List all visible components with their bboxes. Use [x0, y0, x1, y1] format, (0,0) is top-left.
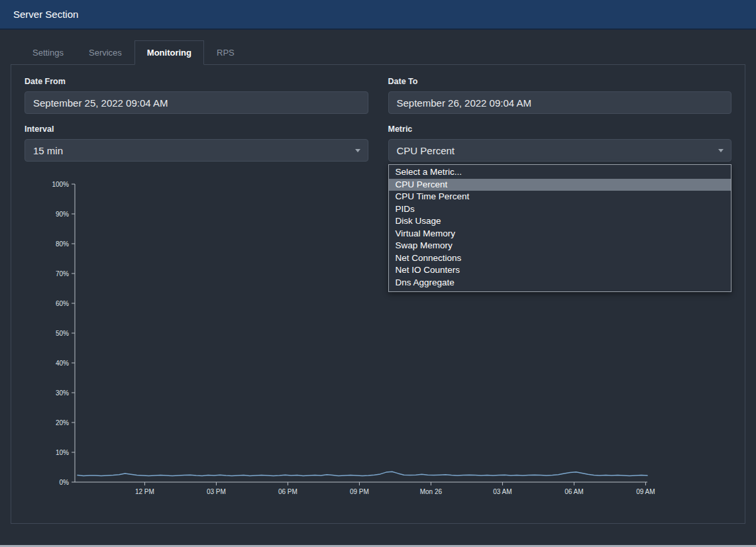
- svg-text:100%: 100%: [52, 181, 69, 188]
- svg-text:06 PM: 06 PM: [278, 488, 297, 495]
- svg-text:09 PM: 09 PM: [350, 488, 369, 495]
- metric-option[interactable]: CPU Time Percent: [389, 191, 731, 203]
- metric-option[interactable]: Virtual Memory: [389, 228, 731, 240]
- date-from-field-group: Date From: [25, 77, 368, 114]
- svg-text:12 PM: 12 PM: [135, 488, 154, 495]
- page-title: Server Section: [13, 9, 78, 20]
- interval-field-group: Interval 15 min: [25, 124, 368, 162]
- metric-option[interactable]: Net IO Counters: [389, 264, 731, 277]
- date-to-input[interactable]: [388, 91, 732, 114]
- interval-select-wrap: 15 min: [25, 139, 368, 162]
- svg-text:70%: 70%: [56, 270, 69, 277]
- svg-text:90%: 90%: [56, 211, 69, 218]
- svg-text:09 AM: 09 AM: [636, 488, 655, 495]
- svg-text:80%: 80%: [56, 240, 69, 248]
- svg-text:60%: 60%: [56, 300, 69, 307]
- date-to-label: Date To: [388, 77, 732, 86]
- svg-text:20%: 20%: [56, 419, 69, 426]
- metric-dropdown-list[interactable]: Select a Metric...CPU PercentCPU Time Pe…: [388, 164, 732, 292]
- svg-text:30%: 30%: [56, 389, 69, 397]
- interval-selected-value: 15 min: [33, 145, 63, 156]
- monitoring-panel: Date From Date To Interval 15 min Metric…: [11, 64, 745, 524]
- svg-text:50%: 50%: [56, 330, 69, 337]
- date-to-field-group: Date To: [388, 77, 732, 114]
- tab-rps[interactable]: RPS: [204, 40, 247, 65]
- metric-selected-value: CPU Percent: [397, 145, 455, 156]
- metric-option[interactable]: Net Connections: [389, 252, 731, 265]
- metric-option[interactable]: CPU Percent: [389, 179, 731, 191]
- metric-option[interactable]: Dns Aggregate: [389, 277, 731, 289]
- svg-text:06 AM: 06 AM: [565, 488, 583, 495]
- metric-select[interactable]: CPU Percent: [388, 139, 732, 162]
- interval-select[interactable]: 15 min: [25, 139, 368, 162]
- svg-text:0%: 0%: [60, 479, 70, 486]
- tab-services[interactable]: Services: [76, 40, 135, 65]
- interval-label: Interval: [25, 124, 368, 134]
- filter-form: Date From Date To Interval 15 min Metric…: [25, 77, 731, 162]
- svg-text:10%: 10%: [56, 449, 69, 456]
- svg-text:03 AM: 03 AM: [493, 488, 512, 495]
- metric-option[interactable]: Select a Metric...: [389, 166, 731, 179]
- tab-bar: Settings Services Monitoring RPS: [11, 40, 745, 64]
- svg-text:40%: 40%: [56, 360, 69, 367]
- metric-field-group: Metric CPU Percent Select a Metric...CPU…: [388, 124, 732, 162]
- date-from-input[interactable]: [25, 91, 368, 114]
- metric-option[interactable]: Disk Usage: [389, 215, 731, 228]
- svg-text:Mon 26: Mon 26: [420, 488, 443, 495]
- svg-text:03 PM: 03 PM: [207, 488, 226, 495]
- date-from-label: Date From: [25, 77, 368, 86]
- tab-monitoring[interactable]: Monitoring: [135, 40, 204, 65]
- tab-settings[interactable]: Settings: [20, 40, 76, 65]
- metric-select-wrap: CPU Percent Select a Metric...CPU Percen…: [388, 139, 732, 162]
- metric-label: Metric: [388, 124, 732, 134]
- app-header: Server Section: [0, 0, 756, 30]
- metric-option[interactable]: Swap Memory: [389, 240, 731, 252]
- metric-option[interactable]: PIDs: [389, 203, 731, 216]
